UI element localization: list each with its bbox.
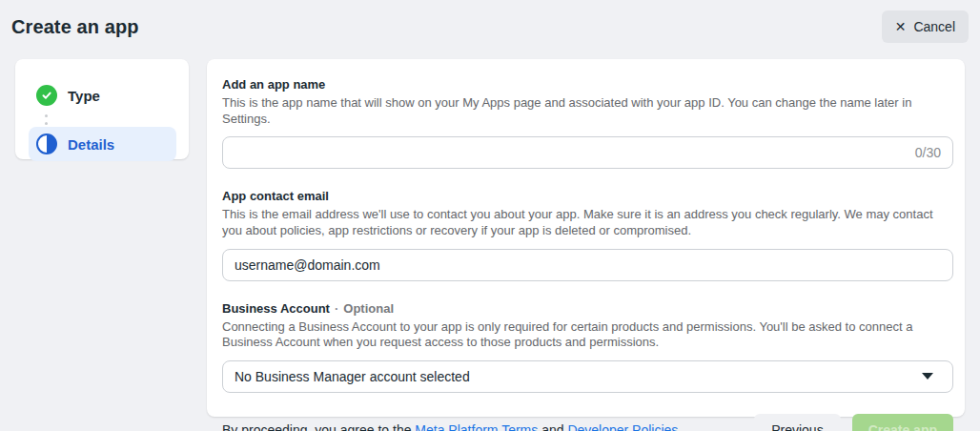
contact-email-section: App contact email This is the email addr… [222,189,953,280]
app-name-input[interactable] [235,145,908,160]
chevron-down-icon [922,373,933,380]
agreement-text: By proceeding, you agree to the Meta Pla… [222,422,682,431]
create-app-button[interactable]: Create app [852,414,953,431]
stepper-connector [45,114,176,125]
business-account-label: Business Account [222,301,330,316]
footer-buttons: Previous Create app [754,414,953,431]
contact-email-label: App contact email [222,189,953,203]
create-app-form: Add an app name This is the app name tha… [207,59,965,417]
app-name-section: Add an app name This is the app name tha… [222,77,953,169]
business-account-select[interactable]: No Business Manager account selected [222,360,953,393]
page-title: Create an app [11,16,139,38]
app-name-field-box: 0/30 [222,136,953,169]
agreement-middle: and [538,422,567,431]
contact-email-field-box [222,249,953,281]
business-account-description: Connecting a Business Account to your ap… [222,319,953,351]
stepper-item-details[interactable]: Details [29,127,176,161]
close-icon: ✕ [895,20,907,33]
stepper-item-details-label: Details [68,136,114,153]
business-account-section: Business Account · Optional Connecting a… [222,301,953,393]
cancel-button[interactable]: ✕ Cancel [882,10,969,43]
check-circle-icon [36,85,57,106]
contact-email-description: This is the email address we'll use to c… [222,207,953,238]
meta-platform-terms-link[interactable]: Meta Platform Terms [415,422,538,431]
contact-email-input[interactable] [235,257,941,273]
app-name-char-counter: 0/30 [915,145,941,160]
half-circle-icon [36,133,57,154]
stepper-item-type[interactable]: Type [29,78,176,113]
stepper-item-type-label: Type [68,88,100,104]
business-account-label-row: Business Account · Optional [222,301,953,316]
business-account-selected-value: No Business Manager account selected [235,369,470,384]
agreement-prefix: By proceeding, you agree to the [222,422,415,431]
label-separator: · [335,301,338,316]
app-name-description: This is the app name that will show on y… [222,95,953,127]
stepper-sidebar: Type Details [15,59,189,159]
form-footer: By proceeding, you agree to the Meta Pla… [222,414,953,431]
developer-policies-link[interactable]: Developer Policies. [567,422,682,431]
cancel-button-label: Cancel [913,19,955,34]
page-header: Create an app ✕ Cancel [0,0,980,53]
app-name-label: Add an app name [222,77,953,92]
previous-button[interactable]: Previous [754,414,840,431]
optional-badge: Optional [343,301,394,316]
